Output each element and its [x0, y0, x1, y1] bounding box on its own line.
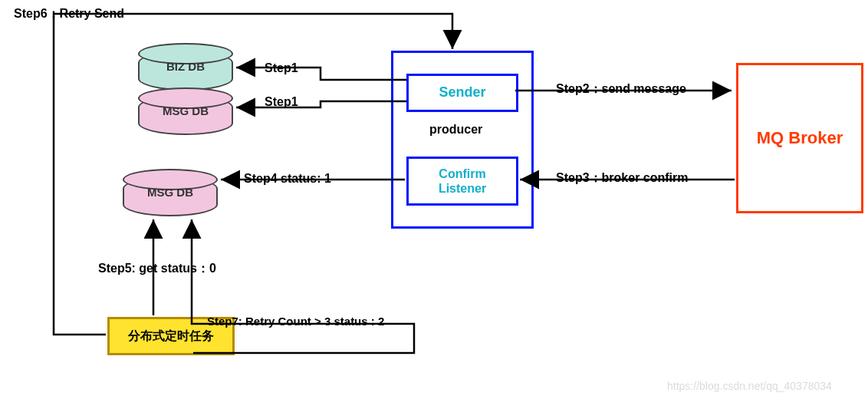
step5-label: Step5: get status：0	[98, 261, 216, 277]
biz-db: BIZ DB	[138, 51, 233, 91]
step4-label: Step4 status: 1	[244, 172, 331, 186]
arrow-step1-biz	[236, 68, 406, 80]
step3-label: Step3：broker confirm	[556, 170, 688, 186]
arrow-step1-msg	[236, 101, 406, 107]
step2-label: Step2：send message	[556, 81, 686, 97]
step6-label: Step6：Retry Send	[14, 6, 124, 22]
biz-db-label: BIZ DB	[140, 60, 232, 73]
producer-title: producer	[429, 123, 482, 137]
mq-broker: MQ Broker	[736, 63, 863, 213]
confirm-listener-node: Confirm Listener	[406, 157, 518, 206]
step1a-label: Step1	[265, 61, 298, 75]
msg-db-1: MSG DB	[138, 95, 233, 135]
sender-node: Sender	[406, 74, 518, 112]
msg-db-2-label: MSG DB	[124, 186, 216, 199]
msg-db-1-label: MSG DB	[140, 104, 232, 117]
msg-db-2: MSG DB	[123, 176, 218, 216]
step7-label: Step7: Retry Count > 3 status : 2	[207, 315, 384, 328]
step1b-label: Step1	[265, 95, 298, 109]
watermark: https://blog.csdn.net/qq_40378034	[667, 380, 832, 392]
